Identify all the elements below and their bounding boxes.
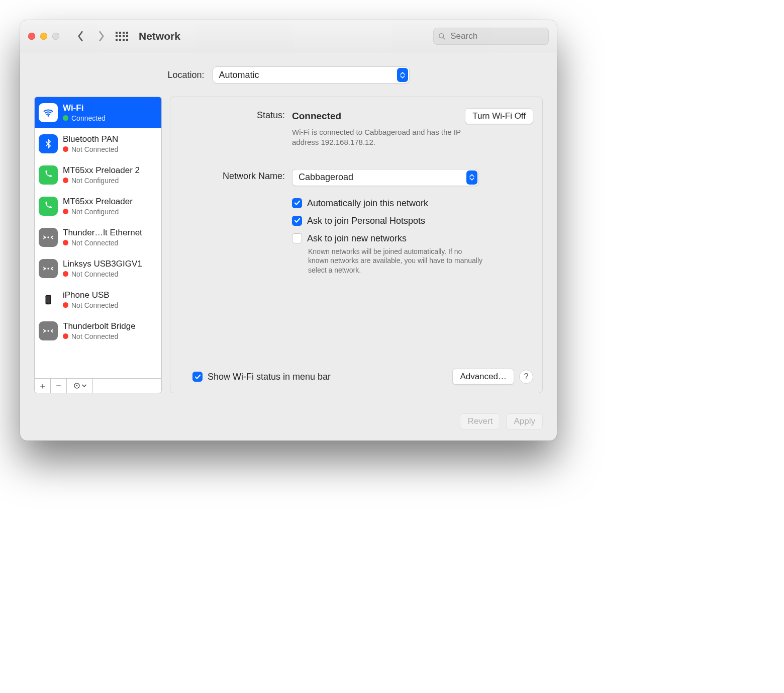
interface-name: Bluetooth PAN xyxy=(63,134,118,144)
advanced-button[interactable]: Advanced… xyxy=(452,369,514,385)
checkmark-icon xyxy=(294,217,301,224)
window-footer: Revert Apply xyxy=(20,406,557,441)
interface-name: iPhone USB xyxy=(63,290,118,300)
svg-point-15 xyxy=(76,385,77,386)
details-panel: Status: Connected Turn Wi-Fi Off Wi-Fi i… xyxy=(170,97,543,393)
interface-name: Thunder…lt Ethernet xyxy=(63,228,142,238)
window-title: Network xyxy=(139,30,180,42)
interface-status: Not Connected xyxy=(63,270,142,278)
svg-point-1 xyxy=(48,115,49,117)
help-button[interactable]: ? xyxy=(519,370,533,384)
chevron-left-icon xyxy=(77,31,84,42)
show-menubar-checkbox[interactable] xyxy=(192,372,203,382)
option-row: Ask to join new networksKnown networks w… xyxy=(179,233,533,276)
interface-name: Linksys USB3GIGV1 xyxy=(63,259,142,269)
toggle-wifi-button[interactable]: Turn Wi-Fi Off xyxy=(465,108,533,124)
status-description: Wi-Fi is connected to Cabbageroad and ha… xyxy=(292,127,478,148)
zoom-window-button[interactable] xyxy=(52,33,59,40)
titlebar: Network xyxy=(20,20,557,52)
status-dot-icon xyxy=(63,178,68,183)
status-dot-icon xyxy=(63,240,68,245)
interface-item[interactable]: MT65xx Preloader 2Not Configured xyxy=(35,159,161,191)
interface-item[interactable]: iPhone USBNot Connected xyxy=(35,284,161,315)
network-name-value: Cabbageroad xyxy=(299,172,353,183)
wifi-icon xyxy=(39,103,58,122)
add-interface-button[interactable]: ＋ xyxy=(35,379,51,393)
interface-item[interactable]: Thunder…lt EthernetNot Connected xyxy=(35,222,161,253)
interface-name: MT65xx Preloader 2 xyxy=(63,165,140,176)
interface-status: Not Configured xyxy=(63,177,140,185)
interface-name: Thunderbolt Bridge xyxy=(63,321,136,331)
network-name-dropdown[interactable]: Cabbageroad xyxy=(292,169,479,186)
svg-point-6 xyxy=(47,268,49,269)
network-name-label: Network Name: xyxy=(179,169,285,182)
svg-point-10 xyxy=(48,303,49,304)
show-all-icon[interactable] xyxy=(116,30,128,42)
option-checkbox[interactable] xyxy=(292,198,302,208)
interface-status: Not Connected xyxy=(63,332,136,340)
iphone-icon xyxy=(39,290,58,309)
interface-actions-menu[interactable] xyxy=(67,379,93,393)
option-checkbox[interactable] xyxy=(292,233,302,243)
interface-status: Not Connected xyxy=(63,301,118,309)
apply-button[interactable]: Apply xyxy=(506,413,543,429)
forward-button[interactable] xyxy=(94,27,109,45)
search-input[interactable] xyxy=(449,31,544,42)
interface-item[interactable]: MT65xx PreloaderNot Configured xyxy=(35,191,161,222)
option-row: Automatically join this network xyxy=(179,198,533,209)
interface-item[interactable]: Bluetooth PANNot Connected xyxy=(35,128,161,159)
location-value: Automatic xyxy=(219,70,259,80)
location-dropdown[interactable]: Automatic xyxy=(213,66,410,83)
location-row: Location: Automatic xyxy=(34,66,543,83)
status-dot-icon xyxy=(63,302,68,308)
network-prefpane-window: Network Location: Automatic Wi-FiConnect… xyxy=(20,20,557,441)
checkmark-icon xyxy=(194,374,201,380)
wifi-options: Automatically join this networkAsk to jo… xyxy=(179,191,533,283)
show-menubar-label: Show Wi-Fi status in menu bar xyxy=(208,372,331,382)
phone-icon xyxy=(39,197,58,216)
interface-sidebar: Wi-FiConnectedBluetooth PANNot Connected… xyxy=(34,97,162,393)
interface-item[interactable]: Wi-FiConnected xyxy=(35,97,161,128)
status-value: Connected xyxy=(292,111,341,122)
interface-status: Not Connected xyxy=(63,145,118,153)
option-row: Ask to join Personal Hotspots xyxy=(179,216,533,226)
interface-item[interactable]: Linksys USB3GIGV1Not Connected xyxy=(35,253,161,284)
status-dot-icon xyxy=(63,115,68,121)
svg-rect-9 xyxy=(46,296,50,303)
status-dot-icon xyxy=(63,271,68,277)
interface-status: Not Connected xyxy=(63,239,142,247)
search-field[interactable] xyxy=(433,28,549,45)
status-dot-icon xyxy=(63,146,68,152)
traffic-lights xyxy=(28,33,59,40)
interface-status: Not Configured xyxy=(63,208,133,216)
interface-status: Connected xyxy=(63,114,106,122)
interface-list[interactable]: Wi-FiConnectedBluetooth PANNot Connected… xyxy=(34,97,162,378)
remove-interface-button[interactable]: − xyxy=(51,379,67,393)
dropdown-stepper-icon xyxy=(466,170,477,185)
option-checkbox[interactable] xyxy=(292,216,302,226)
status-label: Status: xyxy=(179,108,285,121)
close-window-button[interactable] xyxy=(28,33,35,40)
eth-icon xyxy=(39,228,58,247)
interface-item[interactable]: Thunderbolt BridgeNot Connected xyxy=(35,315,161,347)
status-dot-icon xyxy=(63,333,68,339)
back-button[interactable] xyxy=(73,27,87,45)
chevron-right-icon xyxy=(98,31,105,42)
revert-button[interactable]: Revert xyxy=(460,413,500,429)
option-label: Automatically join this network xyxy=(307,198,428,209)
svg-point-3 xyxy=(47,236,49,238)
option-description: Known networks will be joined automatica… xyxy=(307,247,483,276)
minimize-window-button[interactable] xyxy=(40,33,47,40)
dropdown-stepper-icon xyxy=(397,68,408,82)
interface-name: MT65xx Preloader xyxy=(63,197,133,207)
phone-icon xyxy=(39,165,58,185)
option-label: Ask to join new networks xyxy=(307,233,483,244)
interface-list-toolbar: ＋ − xyxy=(34,378,162,393)
eth-icon xyxy=(39,259,58,278)
panel-footer: Show Wi-Fi status in menu bar Advanced… … xyxy=(179,366,533,385)
svg-point-12 xyxy=(47,330,49,331)
location-label: Location: xyxy=(167,70,204,80)
status-dot-icon xyxy=(63,209,68,214)
eth-icon xyxy=(39,321,58,340)
search-icon xyxy=(438,32,445,40)
